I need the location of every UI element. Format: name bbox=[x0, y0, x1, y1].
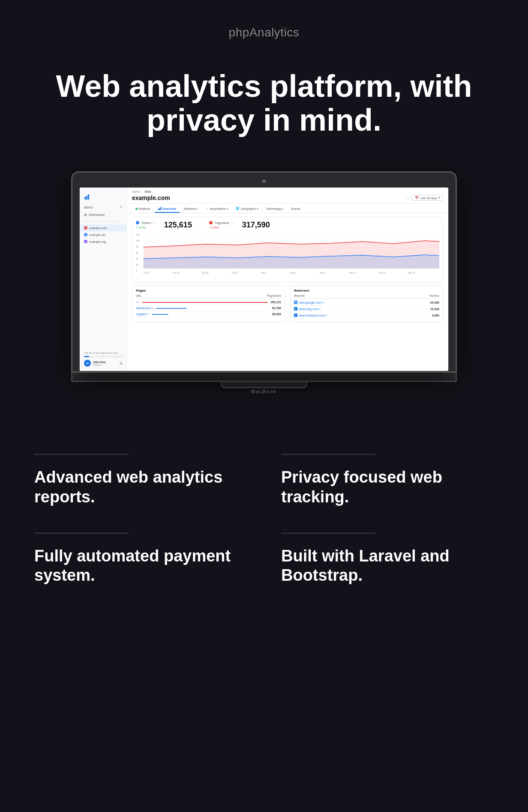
external-link-icon: ⧉ bbox=[322, 301, 324, 304]
referrer-item: f www.facebook.com ⧉ bbox=[294, 313, 327, 317]
referrers-table-title: Referrers bbox=[294, 289, 439, 293]
page-header: phpAnalytics bbox=[0, 0, 528, 52]
feature-title: Fully automated payment system. bbox=[34, 546, 247, 585]
pages-table: Pages URL Pageviews / ⧉ bbox=[132, 285, 285, 322]
hero-title: Web analytics platform, with privacy in … bbox=[43, 69, 485, 137]
visitors-value: 125,615 bbox=[164, 221, 192, 230]
stats-area: Visitors ⓘ ↗ 4.7% 125,615 bbox=[127, 213, 448, 371]
user-role: Account bbox=[93, 364, 106, 366]
main-content: Home › Stats example.com ··· 📅 bbox=[127, 188, 448, 371]
page-url[interactable]: /register ⧉ bbox=[136, 313, 149, 316]
date-range-button[interactable]: 📅 Last 30 days ▾ bbox=[412, 195, 443, 201]
tab-events[interactable]: Events bbox=[288, 205, 303, 213]
laptop-brand-label: MacBook bbox=[71, 389, 457, 394]
referrers-table: Referrers Website Visitors G bbox=[290, 285, 443, 322]
main-title: example.com bbox=[132, 194, 170, 201]
chevron-down-icon: ▾ bbox=[227, 207, 228, 210]
svg-text:Oct 31: Oct 31 bbox=[231, 272, 238, 275]
avatar-row: JD John Doe Account ⊞ bbox=[84, 360, 123, 367]
chevron-down-icon: ▾ bbox=[282, 207, 283, 210]
nav-tabs: Realtime Overview Behavior ▾ bbox=[127, 203, 448, 213]
laptop-stand bbox=[221, 382, 307, 388]
sidebar-site-example-com[interactable]: e example.com bbox=[80, 224, 126, 231]
referrer-url[interactable]: www.google.com ⧉ bbox=[299, 301, 324, 304]
chevron-down-icon: ▾ bbox=[196, 207, 198, 210]
tables-row: Pages URL Pageviews / ⧉ bbox=[132, 285, 443, 322]
table-row: b www.bing.com ⧉ 10,326 bbox=[294, 306, 439, 312]
svg-rect-4 bbox=[159, 208, 160, 210]
feature-item: Privacy focused web tracking. bbox=[281, 454, 494, 507]
svg-rect-2 bbox=[88, 194, 89, 200]
page-url[interactable]: /dashboard ⧉ bbox=[136, 307, 153, 310]
breadcrumb-arrow: › bbox=[142, 190, 143, 193]
svg-text:0: 0 bbox=[136, 270, 137, 272]
svg-rect-5 bbox=[161, 207, 162, 210]
pageviews-stat: Pageviews ⓘ ↘ 0.5% bbox=[209, 221, 234, 229]
user-name: John Doe bbox=[93, 361, 106, 364]
table-row: /register ⧉ 26,926 bbox=[136, 311, 281, 317]
tab-behavior[interactable]: Behavior ▾ bbox=[180, 205, 201, 213]
feature-divider bbox=[281, 454, 375, 455]
chevron-down-icon: ▾ bbox=[438, 196, 440, 200]
tab-realtime[interactable]: Realtime bbox=[132, 205, 154, 213]
feature-item: Built with Laravel and Bootstrap. bbox=[281, 533, 494, 585]
more-options-button[interactable]: ··· bbox=[406, 196, 409, 200]
pages-table-header: URL Pageviews bbox=[136, 294, 281, 299]
feature-item: Fully automated payment system. bbox=[34, 533, 247, 585]
svg-text:Oct 28: Oct 28 bbox=[202, 272, 209, 275]
google-icon: G bbox=[294, 301, 297, 304]
referrer-url[interactable]: www.facebook.com ⧉ bbox=[299, 314, 327, 317]
chart-svg: 12k 10k 8k 6k 4k 2k 0 bbox=[136, 232, 439, 275]
svg-text:Nov 6: Nov 6 bbox=[291, 272, 296, 275]
pages-views-header: Pageviews bbox=[267, 294, 281, 297]
main-title-row: example.com ··· 📅 Last 30 days ▾ bbox=[132, 194, 443, 201]
feature-item: Advanced web analytics reports. bbox=[34, 454, 247, 507]
page-bar bbox=[152, 314, 168, 315]
svg-text:Nov 15: Nov 15 bbox=[378, 272, 385, 275]
usage-bar bbox=[84, 356, 123, 357]
svg-text:10k: 10k bbox=[136, 240, 140, 242]
tab-geographic[interactable]: 🌐 Geographic ▾ bbox=[232, 205, 262, 213]
calendar-icon: 📅 bbox=[415, 196, 419, 200]
referrer-url[interactable]: www.bing.com ⧉ bbox=[299, 307, 321, 310]
external-link-icon: ⧉ bbox=[325, 314, 327, 317]
tab-acquisitions[interactable]: → Acquisitions ▾ bbox=[202, 205, 231, 213]
referrers-site-header: Website bbox=[294, 294, 305, 297]
sidebar-logo bbox=[80, 192, 126, 204]
realtime-dot bbox=[135, 208, 138, 210]
page-url[interactable]: / ⧉ bbox=[136, 301, 139, 304]
laptop-screen: MENU ⚙ ◉ Dashboard e example.com bbox=[79, 187, 449, 371]
sidebar-item-dashboard[interactable]: ◉ Dashboard bbox=[80, 211, 126, 219]
svg-text:Nov 9: Nov 9 bbox=[320, 272, 325, 275]
sidebar-site-example-net[interactable]: e example.net bbox=[80, 231, 126, 238]
table-row: f www.facebook.com ⧉ 4,280 bbox=[294, 312, 439, 319]
tab-overview[interactable]: Overview bbox=[155, 205, 180, 213]
sidebar-divider bbox=[84, 221, 122, 222]
tab-technology[interactable]: Technology ▾ bbox=[263, 205, 287, 213]
brand-name: phpAnalytics bbox=[229, 26, 300, 39]
chart-area: 12k 10k 8k 6k 4k 2k 0 bbox=[136, 232, 439, 275]
pages-url-header: URL bbox=[136, 294, 141, 297]
breadcrumb-current: Stats bbox=[144, 190, 151, 193]
pages-table-title: Pages bbox=[136, 289, 281, 293]
page-value: 53,769 bbox=[272, 307, 281, 310]
sidebar-site-example-org[interactable]: e example.org bbox=[80, 238, 126, 245]
referrer-item: G www.google.com ⧉ bbox=[294, 301, 324, 304]
bar-wrapper bbox=[156, 307, 270, 309]
page-bar bbox=[156, 308, 186, 309]
sidebar-usage-text: 126.3k of 1M pageviews used. bbox=[84, 352, 123, 354]
acquisitions-icon: → bbox=[205, 207, 208, 210]
svg-rect-3 bbox=[158, 209, 159, 210]
main-actions: ··· 📅 Last 30 days ▾ bbox=[406, 195, 443, 201]
sidebar-footer: 126.3k of 1M pageviews used. JD John Doe… bbox=[80, 352, 127, 367]
main-header: Home › Stats example.com ··· 📅 bbox=[127, 188, 448, 203]
sidebar-settings-icon[interactable]: ⊞ bbox=[120, 361, 123, 365]
dashboard: MENU ⚙ ◉ Dashboard e example.com bbox=[80, 188, 448, 371]
sidebar-menu-label: MENU ⚙ bbox=[80, 204, 126, 211]
svg-text:Oct 25: Oct 25 bbox=[173, 272, 179, 275]
page-bar bbox=[142, 302, 268, 303]
table-row: G www.google.com ⧉ 25,465 bbox=[294, 299, 439, 306]
feature-divider bbox=[34, 533, 129, 534]
bar-wrapper bbox=[152, 313, 269, 315]
svg-text:6k: 6k bbox=[136, 252, 138, 254]
